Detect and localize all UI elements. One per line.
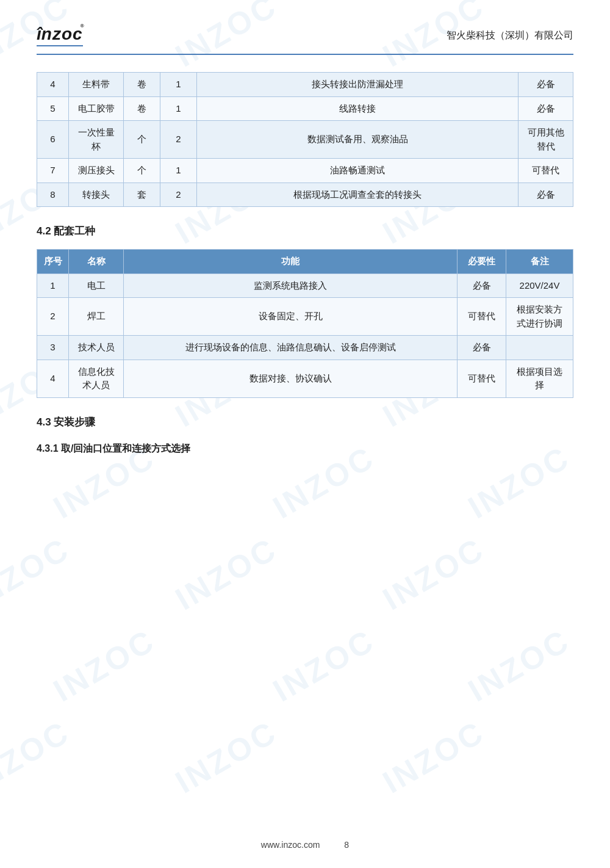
- row-qty: 1: [160, 73, 197, 97]
- section-431-title: 4.3.1 取/回油口位置和连接方式选择: [37, 443, 573, 455]
- row-name: 电工: [69, 273, 124, 298]
- row-name: 技术人员: [69, 336, 124, 360]
- page-header: înzoc® 智火柴科技（深圳）有限公司: [37, 24, 573, 55]
- row-qty: 1: [160, 159, 197, 183]
- table-row: 5 电工胶带 卷 1 线路转接 必备: [37, 96, 573, 121]
- section-42-title: 4.2 配套工种: [37, 224, 573, 238]
- row-name: 生料带: [69, 73, 124, 97]
- workers-table: 序号 名称 功能 必要性 备注 1 电工 监测系统电路接入 必备 220V/24…: [37, 249, 573, 398]
- row-note: 必备: [518, 73, 573, 97]
- row-name: 焊工: [69, 298, 124, 336]
- row-unit: 个: [124, 159, 160, 183]
- section-43-title: 4.3 安装步骤: [37, 415, 573, 429]
- row-func: 数据对接、协议确认: [124, 360, 458, 397]
- row-name: 转接头: [69, 183, 124, 207]
- col-header-name: 名称: [69, 250, 124, 274]
- table-row: 1 电工 监测系统电路接入 必备 220V/24V: [37, 273, 573, 298]
- row-unit: 卷: [124, 96, 160, 121]
- row-no: 8: [37, 183, 69, 207]
- row-nec: 可替代: [458, 298, 506, 336]
- row-note: 根据项目选择: [506, 360, 573, 397]
- row-name: 电工胶带: [69, 96, 124, 121]
- row-nec: 必备: [458, 273, 506, 298]
- logo: înzoc®: [37, 24, 83, 46]
- table-header-row: 序号 名称 功能 必要性 备注: [37, 250, 573, 274]
- row-no: 3: [37, 336, 69, 360]
- row-desc: 数据测试备用、观察油品: [197, 121, 518, 159]
- row-qty: 2: [160, 183, 197, 207]
- row-func: 进行现场设备的信息、油路信息确认、设备启停测试: [124, 336, 458, 360]
- table-row: 6 一次性量杯 个 2 数据测试备用、观察油品 可用其他替代: [37, 121, 573, 159]
- row-desc: 油路畅通测试: [197, 159, 518, 183]
- table-row: 4 生料带 卷 1 接头转接出防泄漏处理 必备: [37, 73, 573, 97]
- row-note: 必备: [518, 183, 573, 207]
- row-unit: 套: [124, 183, 160, 207]
- row-no: 4: [37, 73, 69, 97]
- row-func: 监测系统电路接入: [124, 273, 458, 298]
- footer-page: 8: [344, 840, 349, 850]
- row-desc: 根据现场工况调查全套的转接头: [197, 183, 518, 207]
- logo-underline: [37, 45, 83, 46]
- row-name: 一次性量杯: [69, 121, 124, 159]
- row-note: 220V/24V: [506, 273, 573, 298]
- row-note: 根据安装方式进行协调: [506, 298, 573, 336]
- row-unit: 卷: [124, 73, 160, 97]
- row-desc: 接头转接出防泄漏处理: [197, 73, 518, 97]
- footer-url: www.inzoc.com: [261, 840, 320, 850]
- row-unit: 个: [124, 121, 160, 159]
- row-no: 6: [37, 121, 69, 159]
- row-qty: 2: [160, 121, 197, 159]
- company-name: 智火柴科技（深圳）有限公司: [447, 29, 573, 42]
- row-desc: 线路转接: [197, 96, 518, 121]
- row-no: 2: [37, 298, 69, 336]
- row-nec: 可替代: [458, 360, 506, 397]
- table-row: 4 信息化技术人员 数据对接、协议确认 可替代 根据项目选择: [37, 360, 573, 397]
- row-name: 信息化技术人员: [69, 360, 124, 397]
- row-no: 5: [37, 96, 69, 121]
- row-note: 必备: [518, 96, 573, 121]
- col-header-no: 序号: [37, 250, 69, 274]
- row-no: 4: [37, 360, 69, 397]
- row-func: 设备固定、开孔: [124, 298, 458, 336]
- row-name: 测压接头: [69, 159, 124, 183]
- blank-area: [37, 464, 573, 574]
- col-header-note: 备注: [506, 250, 573, 274]
- table-row: 2 焊工 设备固定、开孔 可替代 根据安装方式进行协调: [37, 298, 573, 336]
- table-row: 8 转接头 套 2 根据现场工况调查全套的转接头 必备: [37, 183, 573, 207]
- table-row: 7 测压接头 个 1 油路畅通测试 可替代: [37, 159, 573, 183]
- page-footer: www.inzoc.com 8: [0, 840, 610, 850]
- logo-text: înzoc®: [37, 24, 83, 44]
- row-note: 可用其他替代: [518, 121, 573, 159]
- materials-table: 4 生料带 卷 1 接头转接出防泄漏处理 必备 5 电工胶带 卷 1 线路转接 …: [37, 72, 573, 207]
- col-header-nec: 必要性: [458, 250, 506, 274]
- row-note: [506, 336, 573, 360]
- row-qty: 1: [160, 96, 197, 121]
- row-note: 可替代: [518, 159, 573, 183]
- col-header-func: 功能: [124, 250, 458, 274]
- row-no: 1: [37, 273, 69, 298]
- table-row: 3 技术人员 进行现场设备的信息、油路信息确认、设备启停测试 必备: [37, 336, 573, 360]
- row-no: 7: [37, 159, 69, 183]
- row-nec: 必备: [458, 336, 506, 360]
